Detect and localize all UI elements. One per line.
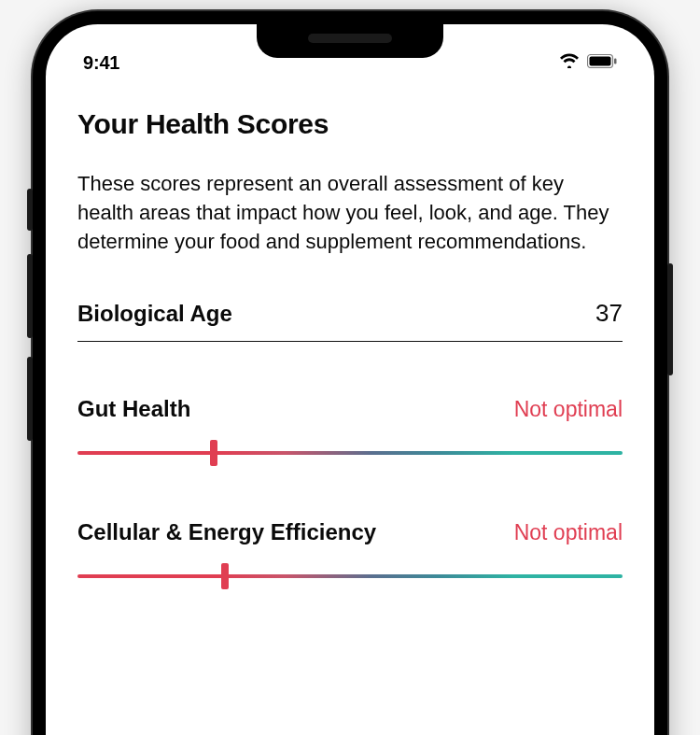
score-status: Not optimal — [514, 520, 623, 545]
biological-age-value: 37 — [595, 299, 623, 328]
status-right — [559, 53, 617, 72]
score-slider[interactable] — [77, 445, 623, 461]
score-header: Cellular & Energy Efficiency Not optimal — [77, 519, 623, 545]
svg-rect-2 — [614, 58, 617, 64]
phone-power-button — [667, 263, 673, 375]
notch — [257, 24, 443, 58]
page-description: These scores represent an overall assess… — [77, 170, 623, 256]
phone-volume-up-button — [27, 254, 33, 338]
biological-age-row[interactable]: Biological Age 37 — [77, 299, 623, 342]
page-title: Your Health Scores — [77, 108, 623, 140]
slider-thumb[interactable] — [210, 440, 217, 466]
battery-icon — [587, 54, 617, 72]
slider-thumb[interactable] — [221, 563, 229, 589]
score-label: Cellular & Energy Efficiency — [77, 519, 376, 545]
screen: 9:41 Your — [46, 24, 654, 735]
phone-side-button — [27, 189, 33, 231]
phone-volume-down-button — [27, 357, 33, 441]
score-slider[interactable] — [77, 568, 623, 585]
wifi-icon — [559, 53, 580, 72]
status-time: 9:41 — [83, 52, 119, 74]
score-status: Not optimal — [514, 397, 623, 422]
phone-frame: 9:41 Your — [33, 11, 667, 735]
biological-age-label: Biological Age — [77, 301, 232, 327]
notch-speaker — [308, 34, 392, 43]
content: Your Health Scores These scores represen… — [46, 80, 654, 585]
score-label: Gut Health — [77, 396, 190, 422]
score-header: Gut Health Not optimal — [77, 396, 623, 422]
score-section-cellular-energy[interactable]: Cellular & Energy Efficiency Not optimal — [77, 519, 623, 585]
slider-track — [77, 451, 623, 455]
slider-track — [77, 574, 623, 578]
score-section-gut-health[interactable]: Gut Health Not optimal — [77, 396, 623, 461]
svg-rect-1 — [590, 56, 611, 65]
